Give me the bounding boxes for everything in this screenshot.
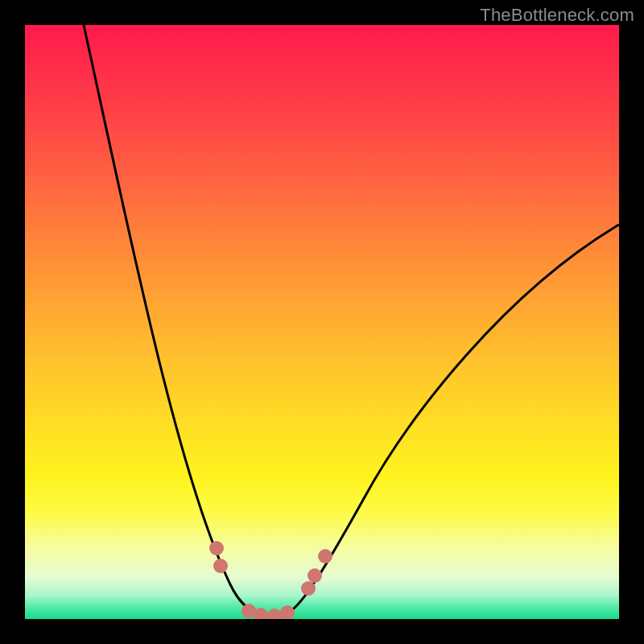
left-curve: [84, 25, 291, 617]
watermark-text: TheBottleneck.com: [480, 5, 634, 26]
plot-area: [25, 25, 619, 619]
curve-layer: [25, 25, 619, 619]
chart-frame: TheBottleneck.com: [0, 0, 644, 644]
right-curve: [291, 225, 619, 611]
